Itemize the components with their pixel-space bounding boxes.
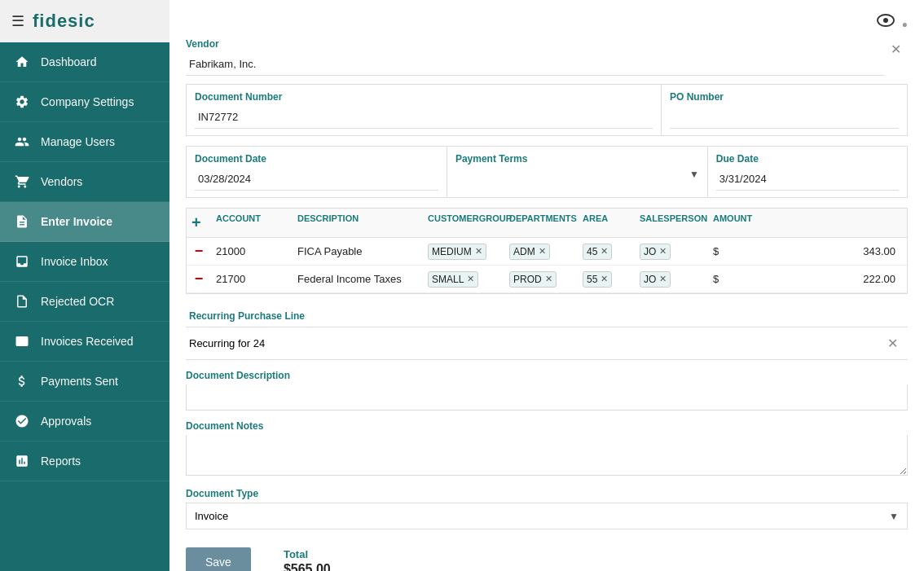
line2-department: PROD ✕ <box>504 271 578 288</box>
col-header-account: Account <box>211 213 293 232</box>
sidebar: ☰ fidesic Dashboard Company Settings Man… <box>0 0 169 571</box>
line2-area-chip: 55 ✕ <box>583 271 612 288</box>
sidebar-item-enter-invoice[interactable]: Enter Invoice <box>0 202 169 242</box>
eye-row: ● <box>186 13 908 32</box>
doc-notes-label: Document Notes <box>186 420 908 432</box>
sidebar-item-payments-sent[interactable]: Payments Sent <box>0 362 169 402</box>
po-number-value <box>670 106 899 129</box>
line2-area: 55 ✕ <box>578 271 635 288</box>
doc-description-label: Document Description <box>186 370 908 381</box>
sidebar-item-reports[interactable]: Reports <box>0 441 169 481</box>
sidebar-item-company-settings[interactable]: Company Settings <box>0 82 169 122</box>
line2-sales-chip: JO ✕ <box>640 271 671 288</box>
sidebar-label-invoices-received: Invoices Received <box>41 335 134 348</box>
line2-customergroup: SMALL ✕ <box>423 271 504 288</box>
due-date-label: Due Date <box>716 153 899 165</box>
doc-type-label: Document Type <box>186 488 908 499</box>
vendor-close-button[interactable]: ✕ <box>884 38 908 60</box>
po-number-label: PO Number <box>670 91 899 103</box>
sidebar-label-rejected-ocr: Rejected OCR <box>41 295 114 308</box>
col-header-customergroup: CUSTOMERGROUP <box>423 213 504 232</box>
sidebar-label-reports: Reports <box>41 455 81 468</box>
line1-salesperson: JO ✕ <box>635 244 708 260</box>
recurring-value-row: Recurring for 24 ✕ <box>186 327 908 360</box>
doc-description-field[interactable] <box>186 384 908 411</box>
due-date-value: 3/31/2024 <box>716 168 899 191</box>
recurring-header-row: Recurring Purchase Line <box>186 305 908 327</box>
payment-terms-dropdown[interactable]: ▼ <box>455 168 699 180</box>
sidebar-label-dashboard: Dashboard <box>41 55 97 68</box>
line2-account: 21700 <box>211 273 293 285</box>
line-items-table: + Account Description CUSTOMERGROUP DEPA… <box>186 208 908 294</box>
line1-area-remove[interactable]: ✕ <box>601 246 608 257</box>
total-amount: $565.00 <box>284 562 331 572</box>
po-number-section: PO Number <box>662 85 907 135</box>
line1-cg-remove[interactable]: ✕ <box>475 246 482 257</box>
line2-cg-chip: SMALL ✕ <box>428 271 478 288</box>
recurring-value: Recurring for 24 <box>189 337 265 349</box>
doc-number-section: Document Number IN72772 <box>187 85 662 135</box>
eye-icon[interactable]: ● <box>876 13 908 32</box>
recurring-section: Recurring Purchase Line Recurring for 24… <box>186 305 908 360</box>
sidebar-label-invoice-inbox: Invoice Inbox <box>41 255 108 268</box>
svg-point-1 <box>883 18 888 23</box>
line2-area-remove[interactable]: ✕ <box>601 274 608 284</box>
line2-dept-remove[interactable]: ✕ <box>545 274 552 284</box>
doc-number-label: Document Number <box>195 91 653 103</box>
invoice-icon <box>13 213 31 231</box>
cart-icon <box>13 173 31 191</box>
col-header-amount: Amount <box>708 213 907 232</box>
remove-line-1-button[interactable]: − <box>187 243 211 260</box>
line2-salesperson: JO ✕ <box>635 271 708 288</box>
reports-icon <box>13 452 31 470</box>
sidebar-item-dashboard[interactable]: Dashboard <box>0 42 169 82</box>
sidebar-item-invoice-inbox[interactable]: Invoice Inbox <box>0 242 169 282</box>
line1-area: 45 ✕ <box>578 244 635 260</box>
sidebar-item-approvals[interactable]: Approvals <box>0 402 169 441</box>
date-pay-row: Document Date 03/28/2024 Payment Terms ▼… <box>186 146 908 198</box>
doc-notes-section: Document Notes <box>186 420 908 478</box>
sidebar-label-vendors: Vendors <box>41 175 82 188</box>
total-block: Total $565.00 <box>284 548 331 572</box>
gear-icon <box>13 93 31 111</box>
line2-sales-remove[interactable]: ✕ <box>659 274 667 284</box>
sidebar-header: ☰ fidesic <box>0 0 169 42</box>
payment-dropdown-arrow: ▼ <box>689 169 699 180</box>
line2-description: Federal Income Taxes <box>293 273 423 285</box>
sidebar-item-rejected-ocr[interactable]: Rejected OCR <box>0 282 169 322</box>
line1-description: FICA Payable <box>293 245 423 257</box>
approvals-icon <box>13 412 31 430</box>
home-icon <box>13 53 31 71</box>
line1-amount: $ 343.00 <box>708 245 907 257</box>
line1-department: ADM ✕ <box>504 244 578 260</box>
doc-type-dropdown[interactable]: Invoice ▼ <box>186 503 908 529</box>
total-label: Total <box>284 548 331 560</box>
due-date-section: Due Date 3/31/2024 <box>708 147 907 197</box>
line2-cg-remove[interactable]: ✕ <box>467 274 474 284</box>
payment-terms-section: Payment Terms ▼ <box>447 147 708 197</box>
remove-line-2-button[interactable]: − <box>187 270 211 288</box>
recurring-close-button[interactable]: ✕ <box>881 332 904 354</box>
line1-dept-remove[interactable]: ✕ <box>539 246 546 257</box>
doc-description-section: Document Description <box>186 370 908 411</box>
sidebar-item-manage-users[interactable]: Manage Users <box>0 122 169 162</box>
doc-number-value: IN72772 <box>195 106 653 129</box>
recurring-label: Recurring Purchase Line <box>189 310 305 322</box>
hamburger-icon[interactable]: ☰ <box>11 12 24 30</box>
save-total-row: Save Total $565.00 <box>186 541 908 571</box>
sidebar-item-invoices-received[interactable]: Invoices Received <box>0 322 169 362</box>
doc-type-arrow: ▼ <box>889 511 899 522</box>
add-line-button[interactable]: + <box>187 210 206 235</box>
main-content: ● Vendor Fabrikam, Inc. ✕ Document Numbe… <box>169 0 924 571</box>
col-header-area: AREA <box>578 213 635 232</box>
line2-amount-value: 222.00 <box>863 273 902 285</box>
sidebar-item-vendors[interactable]: Vendors <box>0 162 169 202</box>
users-icon <box>13 133 31 151</box>
logo: fidesic <box>33 11 95 32</box>
line2-amount: $ 222.00 <box>708 273 907 285</box>
doc-notes-textarea[interactable] <box>186 435 908 476</box>
line1-area-chip: 45 ✕ <box>583 244 612 260</box>
save-button[interactable]: Save <box>186 547 251 571</box>
line1-sales-remove[interactable]: ✕ <box>659 246 667 257</box>
line1-sales-chip: JO ✕ <box>640 244 671 260</box>
